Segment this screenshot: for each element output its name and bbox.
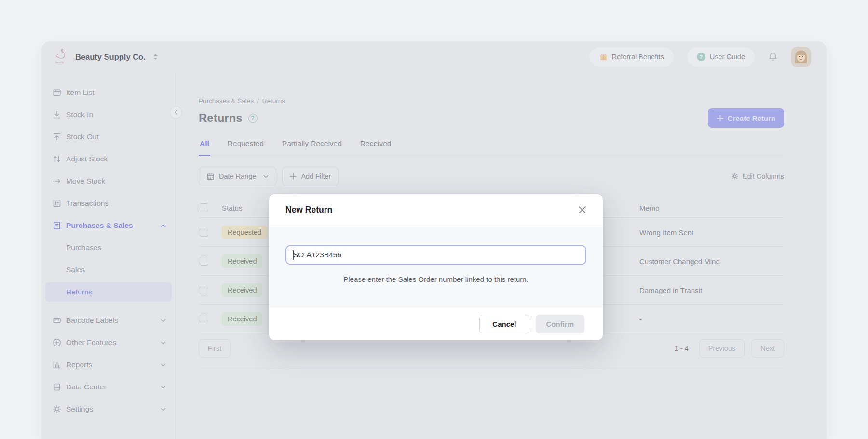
content-divider bbox=[199, 368, 784, 368]
row-checkbox[interactable] bbox=[200, 286, 208, 294]
plus-icon bbox=[717, 115, 724, 122]
row-checkbox[interactable] bbox=[200, 257, 208, 266]
status-badge: Received bbox=[222, 312, 262, 326]
question-icon: ? bbox=[697, 53, 705, 61]
sidebar-item-stock-in[interactable]: Stock In bbox=[45, 105, 172, 124]
row-checkbox[interactable] bbox=[200, 228, 208, 237]
notifications-bell-icon[interactable] bbox=[768, 52, 778, 62]
modal-title: New Return bbox=[285, 205, 332, 215]
sidebar-item-purchases[interactable]: Purchases bbox=[45, 238, 172, 257]
tab-all[interactable]: All bbox=[199, 139, 210, 156]
tab-received[interactable]: Received bbox=[359, 139, 393, 156]
referral-benefits-button[interactable]: Referral Benefits bbox=[589, 47, 674, 67]
gear-icon bbox=[731, 173, 739, 180]
filter-bar: Date Range Add Filter Edit Columns bbox=[199, 167, 784, 186]
sidebar-item-stock-out[interactable]: Stock Out bbox=[45, 127, 172, 146]
box-icon bbox=[52, 88, 62, 97]
close-icon[interactable] bbox=[576, 204, 588, 216]
sidebar-item-returns[interactable]: Returns bbox=[45, 282, 172, 302]
sidebar-item-move-stock[interactable]: Move Stock bbox=[45, 172, 172, 191]
company-logo: beauty bbox=[52, 47, 69, 67]
user-guide-button[interactable]: ? User Guide bbox=[687, 47, 755, 67]
pagination-first-button[interactable]: First bbox=[199, 339, 231, 358]
pagination: First 1 - 4 Previous Next bbox=[199, 339, 784, 358]
status-tabs: All Requested Partially Received Receive… bbox=[199, 139, 784, 156]
memo-cell: Damaged in Transit bbox=[639, 286, 702, 294]
memo-cell: - bbox=[639, 315, 642, 323]
add-filter-button[interactable]: Add Filter bbox=[282, 167, 339, 186]
company-name: Beauty Supply Co. bbox=[75, 53, 146, 62]
cancel-button[interactable]: Cancel bbox=[479, 315, 529, 333]
plus-icon bbox=[290, 173, 297, 180]
sales-order-number-input[interactable] bbox=[285, 245, 586, 265]
column-header-memo[interactable]: Memo bbox=[639, 203, 660, 212]
arrow-right-icon bbox=[52, 176, 62, 186]
sidebar-item-other-features[interactable]: Other Features bbox=[45, 333, 172, 352]
plus-circle-icon bbox=[52, 338, 62, 347]
company-switcher-icon[interactable] bbox=[153, 53, 158, 60]
gear-icon bbox=[52, 404, 62, 414]
bar-chart-icon bbox=[52, 360, 62, 370]
pagination-next-button[interactable]: Next bbox=[751, 339, 784, 358]
breadcrumb-parent[interactable]: Purchases & Sales bbox=[199, 97, 254, 105]
modal-header: New Return bbox=[269, 194, 603, 226]
chevron-down-icon bbox=[161, 408, 166, 411]
sidebar-item-barcode-labels[interactable]: Barcode Labels bbox=[45, 311, 172, 330]
svg-text:beauty: beauty bbox=[55, 60, 64, 64]
ledger-icon bbox=[52, 199, 62, 208]
gift-icon bbox=[599, 53, 608, 61]
sidebar-item-item-list[interactable]: Item List bbox=[45, 83, 172, 102]
document-icon bbox=[52, 221, 62, 230]
column-header-status[interactable]: Status bbox=[222, 203, 243, 212]
screen: beauty Beauty Supply Co. bbox=[0, 0, 868, 439]
chevron-down-icon bbox=[161, 319, 166, 322]
modal-body: Please enter the Sales Order number link… bbox=[269, 226, 603, 307]
topbar: beauty Beauty Supply Co. bbox=[41, 41, 827, 72]
chevron-down-icon bbox=[263, 175, 269, 178]
breadcrumb: Purchases & Sales / Returns bbox=[199, 97, 784, 105]
sidebar-item-purchases-sales[interactable]: Purchases & Sales bbox=[45, 216, 172, 235]
modal-helper-text: Please enter the Sales Order number link… bbox=[285, 275, 586, 283]
up-down-arrows-icon bbox=[52, 154, 62, 164]
pagination-range: 1 - 4 bbox=[675, 345, 689, 352]
chevron-down-icon bbox=[161, 341, 166, 345]
tab-requested[interactable]: Requested bbox=[227, 139, 265, 156]
breadcrumb-current: Returns bbox=[262, 97, 285, 105]
help-icon[interactable]: ? bbox=[248, 114, 258, 123]
select-all-checkbox[interactable] bbox=[200, 203, 208, 212]
sidebar-item-transactions[interactable]: Transactions bbox=[45, 194, 172, 213]
sidebar-item-settings[interactable]: Settings bbox=[45, 399, 172, 419]
create-return-button[interactable]: Create Return bbox=[708, 108, 784, 128]
tab-partially-received[interactable]: Partially Received bbox=[281, 139, 343, 156]
row-checkbox[interactable] bbox=[200, 315, 208, 323]
status-badge: Received bbox=[222, 283, 262, 297]
sidebar-item-adjust-stock[interactable]: Adjust Stock bbox=[45, 149, 172, 169]
text-cursor bbox=[293, 250, 294, 260]
chevron-up-icon bbox=[161, 224, 166, 227]
new-return-modal: New Return Please enter the Sales Order … bbox=[269, 194, 603, 340]
date-range-dropdown[interactable]: Date Range bbox=[199, 167, 276, 186]
arrow-down-tray-icon bbox=[52, 110, 62, 120]
calendar-icon bbox=[206, 173, 215, 181]
user-guide-label: User Guide bbox=[710, 53, 745, 61]
page-title: Returns bbox=[199, 111, 243, 125]
memo-cell: Wrong Item Sent bbox=[639, 228, 693, 236]
sidebar-item-sales[interactable]: Sales bbox=[45, 260, 172, 279]
modal-footer: Cancel Confirm bbox=[269, 307, 603, 340]
edit-columns-button[interactable]: Edit Columns bbox=[731, 173, 784, 180]
breadcrumb-separator: / bbox=[257, 97, 259, 105]
referral-benefits-label: Referral Benefits bbox=[612, 53, 664, 61]
sidebar-item-data-center[interactable]: Data Center bbox=[45, 377, 172, 397]
memo-cell: Customer Changed Mind bbox=[639, 257, 720, 265]
database-icon bbox=[52, 382, 62, 392]
pagination-previous-button[interactable]: Previous bbox=[699, 339, 745, 358]
user-avatar[interactable] bbox=[791, 47, 811, 67]
chevron-down-icon bbox=[161, 363, 166, 367]
confirm-button[interactable]: Confirm bbox=[536, 315, 585, 333]
chevron-down-icon bbox=[161, 386, 166, 389]
sidebar: Item List Stock In Stock Out Adjust Stoc… bbox=[41, 72, 176, 439]
arrow-up-tray-icon bbox=[52, 132, 62, 142]
sidebar-item-reports[interactable]: Reports bbox=[45, 355, 172, 374]
sidebar-collapse-button[interactable] bbox=[170, 106, 182, 119]
status-badge: Received bbox=[222, 254, 262, 268]
